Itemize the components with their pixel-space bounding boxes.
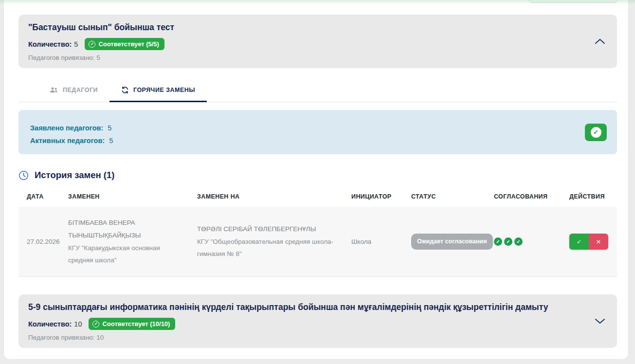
compliance-badge-label: Соответствует (10/10) bbox=[102, 320, 170, 328]
col-header-actions: ДЕЙСТВИЯ bbox=[569, 193, 617, 200]
substitutions-table: ДАТА ЗАМЕНЕН ЗАМЕНЕН НА ИНИЦИАТОР СТАТУС… bbox=[18, 193, 617, 277]
quantity-value: 10 bbox=[74, 320, 82, 328]
replacement-teacher-school: КГУ "Общеобразовательная средняя школа-г… bbox=[197, 236, 338, 260]
replaced-teacher-name: БІТІМБАЕВА ВЕНЕРА ТЫНЫШТЫҚБАЙҚЫЗЫ bbox=[68, 217, 183, 241]
sync-icon bbox=[121, 86, 129, 94]
cell-status: Ожидает согласования bbox=[411, 234, 494, 250]
col-header-replaced-by: ЗАМЕНЕН НА bbox=[197, 193, 351, 200]
col-header-approvals: СОГЛАСОВАНИЯ bbox=[494, 193, 569, 200]
cell-replaced: БІТІМБАЕВА ВЕНЕРА ТЫНЫШТЫҚБАЙҚЫЗЫ КГУ "К… bbox=[68, 217, 197, 267]
tab-teachers[interactable]: ПЕДАГОГИ bbox=[38, 78, 109, 102]
check-circle-icon: ✓ bbox=[591, 127, 601, 138]
quantity-label: Количество: bbox=[28, 320, 72, 328]
quantity-value: 5 bbox=[74, 40, 78, 48]
cell-replaced-by: ТӨРӘЛІ СЕРІБАЙ ТӨЛЕПБЕРГЕНҰЛЫ КГУ "Общео… bbox=[197, 223, 351, 260]
replaced-teacher-school: КГУ "Каракудыкская основная средняя школ… bbox=[68, 242, 183, 267]
col-header-status: СТАТУС bbox=[411, 193, 494, 200]
confirm-button[interactable]: ✓ bbox=[585, 124, 607, 141]
cell-actions: ✓ ✕ bbox=[569, 234, 622, 250]
approve-button[interactable]: ✓ bbox=[569, 234, 589, 250]
expand-button[interactable] bbox=[592, 315, 608, 327]
cell-initiator: Школа bbox=[351, 236, 411, 248]
chevron-down-icon bbox=[595, 318, 605, 324]
main-panel: "Бастауыш сынып" бойынша тест Количество… bbox=[4, 0, 628, 359]
collapse-button[interactable] bbox=[592, 36, 608, 47]
table-header-row: ДАТА ЗАМЕНЕН ЗАМЕНЕН НА ИНИЦИАТОР СТАТУС… bbox=[18, 193, 617, 207]
table-row: 27.02.2026 БІТІМБАЕВА ВЕНЕРА ТЫНЫШТЫҚБАЙ… bbox=[18, 207, 617, 277]
teachers-bound-text: Педагогов привязано: 10 bbox=[28, 334, 559, 341]
teachers-summary-box: Заявлено педагогов: 5 Активных педагогов… bbox=[18, 110, 617, 154]
check-circle-icon: ✓ bbox=[89, 41, 95, 48]
compliance-badge: ✓ Соответствует (5/5) bbox=[85, 38, 164, 50]
course-title: "Бастауыш сынып" бойынша тест bbox=[28, 21, 559, 34]
status-badge: Ожидает согласования bbox=[411, 234, 493, 250]
tab-teachers-label: ПЕДАГОГИ bbox=[63, 87, 98, 93]
people-icon bbox=[50, 87, 58, 93]
approval-check-icon: ✓ bbox=[504, 237, 512, 246]
compliance-badge: ✓ Соответствует (10/10) bbox=[89, 318, 175, 330]
reject-button[interactable]: ✕ bbox=[589, 234, 608, 250]
col-header-initiator: ИНИЦИАТОР bbox=[351, 193, 411, 200]
compliance-badge-label: Соответствует (5/5) bbox=[98, 40, 159, 48]
active-teachers-value: 5 bbox=[109, 137, 113, 145]
approval-check-icon: ✓ bbox=[494, 237, 502, 246]
teachers-bound-text: Педагогов привязано: 5 bbox=[28, 54, 559, 61]
declared-teachers-label: Заявлено педагогов: bbox=[30, 124, 103, 132]
course-card-informatics: 5-9 сыныптардағы информатика пәнінің күр… bbox=[18, 294, 617, 348]
declared-teachers-value: 5 bbox=[108, 124, 111, 132]
tab-hot-substitutions-label: ГОРЯЧИЕ ЗАМЕНЫ bbox=[133, 87, 195, 93]
active-teachers-label: Активных педагогов: bbox=[30, 137, 105, 145]
approval-check-icon: ✓ bbox=[514, 237, 523, 246]
col-header-replaced: ЗАМЕНЕН bbox=[68, 193, 197, 200]
col-header-date: ДАТА bbox=[18, 193, 68, 200]
course-title: 5-9 сыныптардағы информатика пәнінің күр… bbox=[28, 301, 559, 313]
tab-hot-substitutions[interactable]: ГОРЯЧИЕ ЗАМЕНЫ bbox=[109, 78, 207, 102]
quantity-label: Количество: bbox=[28, 40, 72, 48]
cell-date: 27.02.2026 bbox=[18, 236, 68, 248]
toast-notification-edge bbox=[529, 0, 617, 3]
cell-approvals: ✓ ✓ ✓ bbox=[494, 237, 569, 246]
history-title: История замен (1) bbox=[35, 170, 114, 181]
chevron-up-icon bbox=[595, 38, 605, 44]
course-card-test: "Бастауыш сынып" бойынша тест Количество… bbox=[18, 15, 617, 68]
check-circle-icon: ✓ bbox=[92, 321, 99, 328]
clock-icon bbox=[18, 170, 29, 181]
replacement-teacher-name: ТӨРӘЛІ СЕРІБАЙ ТӨЛЕПБЕРГЕНҰЛЫ bbox=[197, 223, 338, 236]
tab-bar: ПЕДАГОГИ ГОРЯЧИЕ ЗАМЕНЫ bbox=[18, 78, 617, 102]
